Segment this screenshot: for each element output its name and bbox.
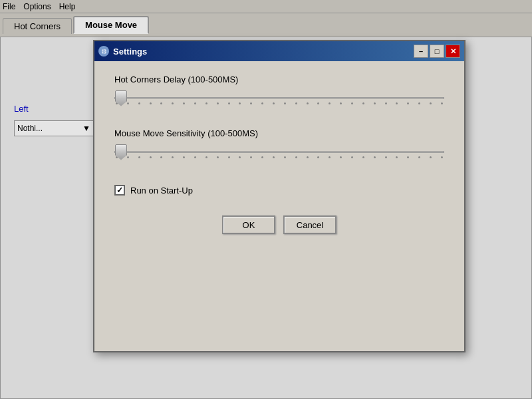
dot — [150, 102, 152, 104]
dialog-title: Settings — [113, 47, 147, 57]
dot — [407, 102, 409, 104]
dot — [228, 102, 230, 104]
dot — [362, 156, 364, 158]
slider1-dots — [114, 102, 444, 104]
dot — [396, 102, 398, 104]
dot — [351, 102, 353, 104]
dot — [307, 102, 309, 104]
run-on-startup-label: Run on Start-Up — [130, 186, 193, 196]
dot — [127, 102, 129, 104]
dot — [284, 102, 286, 104]
dot — [250, 156, 252, 158]
dot — [250, 102, 252, 104]
run-on-startup-checkbox[interactable] — [114, 185, 125, 196]
dot — [307, 156, 309, 158]
hot-corners-delay-label: Hot Corners Delay (100-500MS) — [114, 74, 444, 84]
dot — [430, 156, 432, 158]
slider2-dots — [114, 156, 444, 158]
dot — [317, 102, 319, 104]
settings-dialog-icon: ⚙ — [98, 46, 109, 57]
dot — [418, 156, 420, 158]
mouse-move-sensitivity-slider[interactable] — [114, 150, 444, 153]
dialog-button-row: OK Cancel — [114, 215, 444, 234]
dot — [205, 102, 207, 104]
title-bar-left: ⚙ Settings — [98, 46, 147, 57]
dot — [194, 156, 196, 158]
dot — [340, 156, 342, 158]
dot — [362, 102, 364, 104]
dot — [183, 156, 185, 158]
dot — [441, 102, 443, 104]
dot — [150, 156, 152, 158]
dot — [374, 102, 376, 104]
dot — [205, 156, 207, 158]
gear-icon: ⚙ — [101, 48, 107, 55]
dot — [217, 156, 219, 158]
maximize-button[interactable]: □ — [430, 45, 444, 58]
dot — [138, 156, 140, 158]
dot — [329, 102, 331, 104]
mouse-move-sensitivity-section: Mouse Move Sensitivity (100-500MS) — [114, 128, 444, 169]
ok-button[interactable]: OK — [222, 215, 275, 234]
dialog-body: Hot Corners Delay (100-500MS) — [94, 61, 464, 351]
title-bar-buttons: – □ ✕ — [414, 45, 460, 58]
settings-dialog: ⚙ Settings – □ ✕ Hot Corners Delay (100-… — [93, 40, 466, 352]
dot — [351, 156, 353, 158]
dot — [418, 102, 420, 104]
dot — [340, 102, 342, 104]
dot — [261, 102, 263, 104]
dot — [127, 156, 129, 158]
dot — [284, 156, 286, 158]
dot — [295, 102, 297, 104]
mouse-move-sensitivity-label: Mouse Move Sensitivity (100-500MS) — [114, 128, 444, 138]
dot — [385, 156, 387, 158]
dot — [239, 156, 241, 158]
dot — [430, 102, 432, 104]
dot — [172, 102, 174, 104]
dot — [396, 156, 398, 158]
dot — [273, 102, 275, 104]
run-on-startup-row: Run on Start-Up — [114, 185, 444, 196]
dot — [273, 156, 275, 158]
dot — [183, 102, 185, 104]
dot — [374, 156, 376, 158]
dot — [172, 156, 174, 158]
close-button[interactable]: ✕ — [446, 45, 460, 58]
dot — [385, 102, 387, 104]
cancel-button[interactable]: Cancel — [283, 215, 336, 234]
dot — [295, 156, 297, 158]
dot — [239, 102, 241, 104]
minimize-button[interactable]: – — [414, 45, 428, 58]
dot — [138, 102, 140, 104]
dot — [329, 156, 331, 158]
dot — [160, 156, 162, 158]
dot — [441, 156, 443, 158]
hot-corners-delay-section: Hot Corners Delay (100-500MS) — [114, 74, 444, 115]
dot — [228, 156, 230, 158]
dot — [407, 156, 409, 158]
dot — [160, 102, 162, 104]
hot-corners-delay-slider-wrapper — [114, 91, 444, 115]
dot — [194, 102, 196, 104]
dot — [317, 156, 319, 158]
mouse-move-sensitivity-slider-wrapper — [114, 145, 444, 169]
dot — [261, 156, 263, 158]
title-bar: ⚙ Settings – □ ✕ — [94, 41, 464, 61]
dot — [217, 102, 219, 104]
hot-corners-delay-slider[interactable] — [114, 96, 444, 99]
